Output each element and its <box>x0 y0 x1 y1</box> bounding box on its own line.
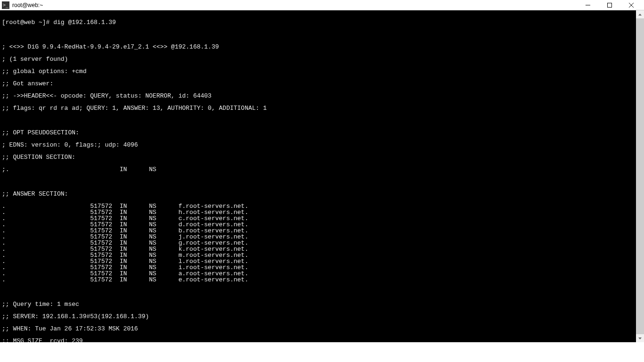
minimize-button[interactable] <box>577 0 599 10</box>
got-answer: ;; Got answer: <box>2 81 642 87</box>
terminal-output[interactable]: [root@web ~]# dig @192.168.1.39 ; <<>> D… <box>0 10 644 342</box>
maximize-button[interactable] <box>599 0 620 10</box>
answer-header: ;; ANSWER SECTION: <box>2 191 642 197</box>
query-time: ;; Query time: 1 msec <box>2 301 642 307</box>
window-controls <box>577 0 642 10</box>
window-titlebar: >_ root@web:~ <box>0 0 644 10</box>
msg-size: ;; MSG SIZE rcvd: 239 <box>2 338 642 342</box>
header-line: ;; ->>HEADER<<- opcode: QUERY, status: N… <box>2 93 642 99</box>
scrollbar-track[interactable] <box>636 18 644 334</box>
blank-line <box>2 32 642 38</box>
question-header: ;; QUESTION SECTION: <box>2 154 642 160</box>
answer-record: . 517572 IN NS e.root-servers.net. <box>2 277 642 283</box>
edns-line: ; EDNS: version: 0, flags:; udp: 4096 <box>2 142 642 148</box>
scrollbar-thumb[interactable] <box>636 18 644 334</box>
server-found: ; (1 server found) <box>2 56 642 62</box>
flags-line: ;; flags: qr rd ra ad; QUERY: 1, ANSWER:… <box>2 105 642 111</box>
scrollbar-down-arrow-icon[interactable] <box>636 334 644 342</box>
close-button[interactable] <box>620 0 642 10</box>
server-line: ;; SERVER: 192.168.1.39#53(192.168.1.39) <box>2 313 642 320</box>
question-line: ;. IN NS <box>2 166 642 173</box>
bottom-margin <box>0 342 644 362</box>
prompt-line: [root@web ~]# dig @192.168.1.39 <box>2 19 642 25</box>
window-title: root@web:~ <box>12 2 577 8</box>
vertical-scrollbar[interactable] <box>636 10 644 342</box>
terminal-app-icon: >_ <box>2 1 9 9</box>
blank-line <box>2 117 642 123</box>
svg-rect-0 <box>608 3 612 7</box>
dig-banner: ; <<>> DiG 9.9.4-RedHat-9.9.4-29.el7_2.1… <box>2 44 642 50</box>
blank-line <box>2 179 642 185</box>
scrollbar-up-arrow-icon[interactable] <box>636 10 644 18</box>
global-options: ;; global options: +cmd <box>2 68 642 74</box>
answer-records: . 517572 IN NS f.root-servers.net.. 5175… <box>2 203 642 283</box>
opt-header: ;; OPT PSEUDOSECTION: <box>2 130 642 136</box>
when-line: ;; WHEN: Tue Jan 26 17:52:33 MSK 2016 <box>2 326 642 332</box>
blank-line <box>2 289 642 295</box>
